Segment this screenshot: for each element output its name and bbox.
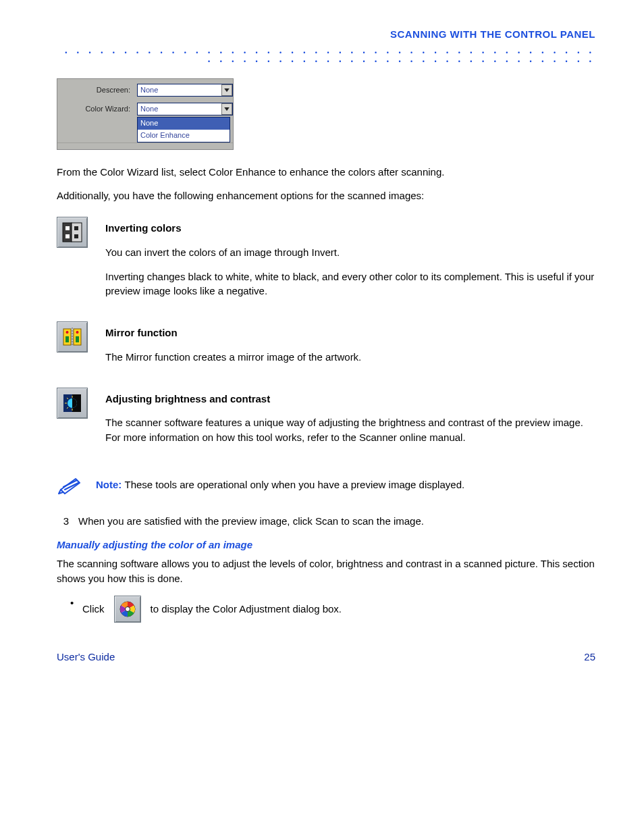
option-none[interactable]: None: [138, 118, 230, 130]
brightness-p1: The scanner software features a unique w…: [105, 415, 595, 445]
note-block: Note: These tools are operational only w…: [57, 475, 595, 502]
subsection-text: The scanning software allows you to adju…: [57, 556, 595, 586]
intro-paragraph-2: Additionally, you have the following enh…: [57, 188, 595, 203]
pencil-icon: [57, 475, 84, 495]
note-label: Note:: [96, 479, 125, 490]
color-wheel-icon[interactable]: [114, 596, 141, 623]
invert-p1: You can invert the colors of an image th…: [105, 245, 595, 260]
option-color-enhance[interactable]: Color Enhance: [138, 130, 230, 142]
svg-rect-2: [63, 223, 72, 242]
descreen-label: Descreen:: [57, 85, 133, 96]
footer-right: 25: [584, 650, 595, 664]
svg-point-22: [125, 606, 130, 611]
page-header: SCANNING WITH THE CONTROL PANEL: [57, 27, 595, 42]
svg-point-6: [66, 331, 69, 334]
svg-rect-8: [65, 336, 69, 342]
colorwizard-dropdown[interactable]: None: [137, 103, 233, 115]
invert-title: Inverting colors: [105, 222, 182, 234]
tool-row-invert: Inverting colors You can invert the colo…: [57, 217, 595, 308]
adjust-step-1: Click to display the Color Adjustment di…: [70, 596, 595, 623]
invert-icon[interactable]: [57, 217, 88, 248]
mirror-vertical-icon[interactable]: [57, 321, 88, 353]
svg-point-7: [76, 331, 79, 334]
colorwizard-label: Color Wizard:: [57, 104, 133, 115]
subsection-heading: Manually adjusting the color of an image: [57, 538, 595, 552]
control-panel-figure: Descreen: None Color Wizard: None None C…: [57, 78, 234, 150]
descreen-dropdown[interactable]: None: [137, 84, 233, 97]
svg-rect-9: [76, 336, 79, 342]
header-rule: • • • • • • • • • • • • • • • • • • • • …: [57, 49, 595, 66]
svg-rect-3: [72, 223, 82, 242]
intro-paragraph-1: From the Color Wizard list, select Color…: [57, 165, 595, 180]
colorwizard-options[interactable]: None Color Enhance: [137, 117, 230, 142]
step-3-number: 3: [57, 514, 69, 529]
colorwizard-value: None: [140, 104, 158, 115]
descreen-value: None: [140, 85, 158, 96]
mirror-title: Mirror function: [105, 327, 178, 338]
note-text: These tools are operational only when yo…: [125, 479, 465, 490]
chevron-down-icon[interactable]: [221, 84, 232, 96]
page-footer: User's Guide 25: [57, 650, 595, 664]
invert-p2: Inverting changes black to white, white …: [105, 269, 595, 299]
svg-marker-0: [224, 88, 230, 92]
adjust-step-1-rest: to display the Color Adjustment dialog b…: [151, 602, 342, 617]
tool-row-brightness: Adjusting brightness and contrast The sc…: [57, 388, 595, 454]
brightness-contrast-icon[interactable]: [57, 388, 88, 419]
footer-left: User's Guide: [57, 650, 115, 664]
adjust-step-1-prefix: Click: [82, 602, 105, 617]
chevron-down-icon[interactable]: [221, 103, 232, 115]
tool-row-mirror: Mirror function The Mirror function crea…: [57, 321, 595, 374]
mirror-p1: The Mirror function creates a mirror ima…: [105, 350, 595, 365]
step-3-text: When you are satisfied with the preview …: [78, 514, 424, 529]
svg-marker-1: [224, 107, 230, 111]
adjust-steps: Click to display the Color Adjustment di…: [57, 596, 595, 623]
brightness-title: Adjusting brightness and contrast: [105, 393, 270, 405]
step-3: 3 When you are satisfied with the previe…: [57, 514, 595, 529]
